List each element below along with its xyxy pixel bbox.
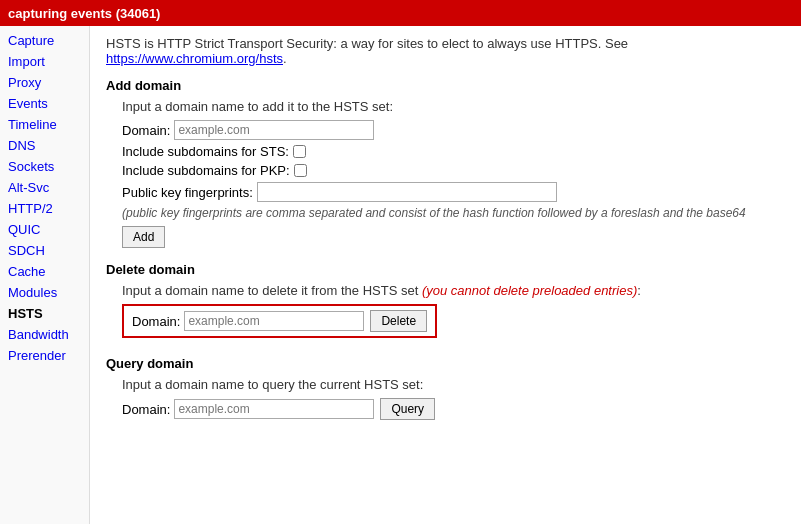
add-domain-label: Domain: bbox=[122, 123, 170, 138]
delete-domain-instruction: Input a domain name to delete it from th… bbox=[122, 283, 785, 298]
main-layout: CaptureImportProxyEventsTimelineDNSSocke… bbox=[0, 26, 801, 524]
sidebar: CaptureImportProxyEventsTimelineDNSSocke… bbox=[0, 26, 90, 524]
sidebar-item-bandwidth[interactable]: Bandwidth bbox=[0, 324, 89, 345]
delete-instruction-end: : bbox=[637, 283, 641, 298]
delete-instruction-text: Input a domain name to delete it from th… bbox=[122, 283, 422, 298]
add-domain-input[interactable] bbox=[174, 120, 374, 140]
sidebar-item-http2[interactable]: HTTP/2 bbox=[0, 198, 89, 219]
description-end: . bbox=[283, 51, 287, 66]
query-button[interactable]: Query bbox=[380, 398, 435, 420]
titlebar: capturing events (34061) bbox=[0, 0, 801, 26]
pkp-row: Include subdomains for PKP: bbox=[122, 163, 785, 178]
sidebar-item-timeline[interactable]: Timeline bbox=[0, 114, 89, 135]
sidebar-item-prerender[interactable]: Prerender bbox=[0, 345, 89, 366]
add-domain-title: Add domain bbox=[106, 78, 785, 93]
query-domain-row: Domain: Query bbox=[122, 398, 785, 420]
sidebar-item-import[interactable]: Import bbox=[0, 51, 89, 72]
sidebar-item-capture[interactable]: Capture bbox=[0, 30, 89, 51]
query-domain-title: Query domain bbox=[106, 356, 785, 371]
sidebar-item-proxy[interactable]: Proxy bbox=[0, 72, 89, 93]
hsts-link[interactable]: https://www.chromium.org/hsts bbox=[106, 51, 283, 66]
content-area: HSTS is HTTP Strict Transport Security: … bbox=[90, 26, 801, 524]
sts-label: Include subdomains for STS: bbox=[122, 144, 289, 159]
sidebar-item-modules[interactable]: Modules bbox=[0, 282, 89, 303]
sidebar-item-dns[interactable]: DNS bbox=[0, 135, 89, 156]
fingerprints-input[interactable] bbox=[257, 182, 557, 202]
add-domain-instruction: Input a domain name to add it to the HST… bbox=[122, 99, 785, 114]
add-domain-section: Add domain Input a domain name to add it… bbox=[106, 78, 785, 248]
fingerprints-note: (public key fingerprints are comma separ… bbox=[122, 206, 785, 220]
add-domain-row: Domain: bbox=[122, 120, 785, 140]
add-button[interactable]: Add bbox=[122, 226, 165, 248]
query-domain-section: Query domain Input a domain name to quer… bbox=[106, 356, 785, 420]
pkp-checkbox[interactable] bbox=[294, 164, 307, 177]
add-button-row: Add bbox=[122, 226, 785, 248]
fingerprints-label: Public key fingerprints: bbox=[122, 185, 253, 200]
titlebar-label: capturing events (34061) bbox=[8, 6, 160, 21]
query-domain-label: Domain: bbox=[122, 402, 170, 417]
hsts-description: HSTS is HTTP Strict Transport Security: … bbox=[106, 36, 785, 66]
delete-instruction-italic: (you cannot delete preloaded entries) bbox=[422, 283, 637, 298]
delete-domain-section: Delete domain Input a domain name to del… bbox=[106, 262, 785, 342]
sidebar-item-hsts[interactable]: HSTS bbox=[0, 303, 89, 324]
delete-domain-title: Delete domain bbox=[106, 262, 785, 277]
sidebar-item-sockets[interactable]: Sockets bbox=[0, 156, 89, 177]
delete-domain-label: Domain: bbox=[132, 314, 180, 329]
sidebar-item-events[interactable]: Events bbox=[0, 93, 89, 114]
delete-domain-input[interactable] bbox=[184, 311, 364, 331]
pkp-label: Include subdomains for PKP: bbox=[122, 163, 290, 178]
delete-button[interactable]: Delete bbox=[370, 310, 427, 332]
sts-checkbox[interactable] bbox=[293, 145, 306, 158]
sts-row: Include subdomains for STS: bbox=[122, 144, 785, 159]
delete-domain-wrapper: Domain: Delete bbox=[122, 304, 437, 338]
fingerprints-row: Public key fingerprints: bbox=[122, 182, 785, 202]
query-domain-instruction: Input a domain name to query the current… bbox=[122, 377, 785, 392]
query-domain-input[interactable] bbox=[174, 399, 374, 419]
sidebar-item-alt-svc[interactable]: Alt-Svc bbox=[0, 177, 89, 198]
sidebar-item-cache[interactable]: Cache bbox=[0, 261, 89, 282]
description-text: HSTS is HTTP Strict Transport Security: … bbox=[106, 36, 628, 51]
sidebar-item-quic[interactable]: QUIC bbox=[0, 219, 89, 240]
sidebar-item-sdch[interactable]: SDCH bbox=[0, 240, 89, 261]
